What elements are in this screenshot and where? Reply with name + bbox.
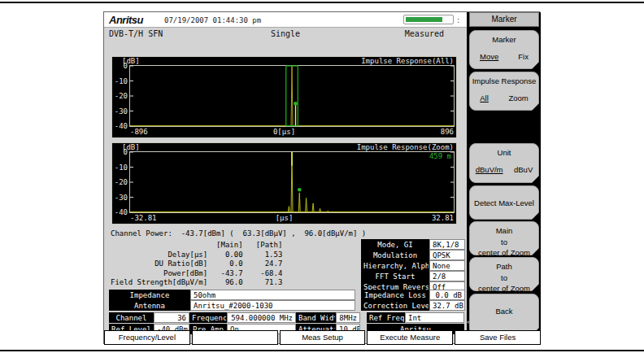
setting-value: 32.7 dB [429,300,465,311]
setting-value: 0.0 dB [429,290,465,300]
softkey-menu-title: Marker [469,12,539,27]
impulse-response-all-graph: [dB]Impulse Response(All)0-10-20-30-40-8… [111,56,457,138]
softkey-label: Main [470,225,538,237]
loss-settings-table: Impedance Loss0.0 dBCorrection Level32.7… [361,290,465,300]
settings-row: Mode, GI8K,1/8 [361,239,465,250]
setting-label: Impedance [109,290,190,300]
settings-row: Impedance Loss0.0 dB [361,290,465,300]
page-top-rule [0,2,644,3]
softkey-unit[interactable]: UnitdBuV/mdBuV [469,143,539,183]
softkey-label: center of Zoom [470,283,538,294]
graph-title: Impulse Response(All) [361,57,454,65]
battery-terminal-icon: : [456,17,460,24]
battery-icon: : [403,15,454,24]
x-tick-label-max: 896 [441,128,454,136]
softkey-label: Detect Max-Level [470,198,538,207]
instrument-screen: Anritsu 07/19/2007 01:44:30 pm : DVB-T/H… [103,11,540,344]
softkey-option-fix[interactable]: Fix [518,52,529,61]
page-bottom-rule [0,350,644,351]
setting-label: Antenna [109,300,190,311]
softkey-detect-max-level[interactable]: Detect Max-Level [469,185,539,220]
y-tick-label: 0 [112,148,128,156]
function-key-row: Frequency/LevelMeas SetupExecute Measure… [104,330,541,345]
function-key-frequency-level[interactable]: Frequency/Level [104,330,190,345]
softkey-label: to [470,272,538,284]
softkey-back[interactable]: Back [469,294,539,335]
setting-label: Mode, GI [361,239,429,250]
table-row: Field Strength[dBµV/m] 96.0 71.3 [111,278,282,288]
setting-label: FFT Start [361,271,429,281]
setting-value: 8K,1/8 [429,239,465,250]
x-axis-unit-label: 0[µs] [112,128,456,136]
setting-label: Impedance Loss [361,290,429,300]
softkey-marker[interactable]: MarkerMoveFix [469,30,539,69]
setting-value: Int [405,312,464,323]
softkey-option-dbuv[interactable]: dBuV [514,165,533,174]
setting-value: None [429,260,465,271]
frequency-settings-row: Channel36Frequency594.000000 MHzBand Wid… [109,312,465,323]
settings-row: Impedance50ohm [109,290,355,300]
setting-value: 8MHz [336,312,360,323]
setting-value: 594.000000 MHz [227,312,296,323]
function-key-execute-measure[interactable]: Execute Measure [367,330,453,345]
softkey-option-all[interactable]: All [480,94,489,102]
plot-area [129,151,455,213]
softkey-main-to-center[interactable]: Maintocenter of Zoom [469,221,539,255]
y-tick-label: -30 [112,194,128,202]
setting-value: 36 [154,312,189,323]
table-header-row: [Main] [Path] [111,241,282,251]
softkey-path-to-center[interactable]: Pathtocenter of Zoom [469,257,539,291]
setting-label: Channel [109,312,154,323]
table-row: Delay[µs] 0.00 1.53 [111,251,282,260]
softkey-sidebar: Marker <-- MarkerMoveFixImpulse Response… [467,12,541,330]
softkey-option-move[interactable]: Move [480,52,498,61]
y-tick-label: -30 [112,107,128,115]
softkey-label: Back [470,307,538,316]
table-row: DU Ratio[dB] 0.0 24.7 [111,259,282,269]
setting-value: Anritsu_#2000-1030 [190,300,355,311]
status-bar: DVB-T/H SFN Single Measured [104,28,467,40]
softkey-option-zoom[interactable]: Zoom [508,94,528,102]
setting-label: Modulation [361,250,429,260]
setting-label: Correction Level [361,300,429,311]
setting-label: Frequency [189,312,227,323]
measure-state-label: Measured [405,29,444,38]
function-key-blank[interactable] [192,330,278,345]
datetime-label: 07/19/2007 01:44:30 pm [164,16,261,24]
softkey-impulse-response[interactable]: Impulse ResponseAllZoom [469,72,539,111]
x-tick-label-max: 32.81 [432,214,454,222]
channel-power-readout: Channel Power: -43.7[dBm] ( 63.3[dBµV] ,… [111,229,366,238]
graph-title: Impulse Response(Zoom) [357,143,454,151]
softkey-options: dBuV/mdBuV [470,165,538,174]
impulse-response-zoom-graph: [dB]Impulse Response(Zoom)459 m0-10-20-3… [111,142,457,224]
main-path-measurement-table: [Main] [Path] Delay[µs] 0.00 1.53 DU Rat… [111,241,282,288]
y-tick-label: 0 [112,62,128,70]
softkey-options: MoveFix [470,52,538,61]
y-tick-label: -20 [112,178,128,186]
softkey-title: Marker [470,35,538,44]
settings-row: Hierarchy, AlphaNone [361,260,465,271]
battery-level-fill [406,17,442,22]
plot-area [129,65,455,127]
settings-row: FFT Start2/8 [361,271,465,281]
modulation-settings-table: Mode, GI8K,1/8ModulationQPSKHierarchy, A… [361,239,465,250]
setting-label: Band Width [296,312,336,323]
header-bar: Anritsu 07/19/2007 01:44:30 pm : [104,12,467,28]
setting-label: Ref Freq [367,312,405,323]
main-display-area: Anritsu 07/19/2007 01:44:30 pm : DVB-T/H… [104,12,467,330]
y-tick-label: -10 [112,77,128,85]
setting-label: Hierarchy, Alpha [361,260,429,271]
function-key-meas-setup[interactable]: Meas Setup [280,330,366,345]
softkey-label: to [470,237,538,248]
y-tick-label: -10 [112,163,128,172]
settings-row: AntennaAnritsu_#2000-1030 [109,300,355,311]
softkey-options: AllZoom [470,94,538,102]
spacer [360,312,367,323]
function-key-save-files[interactable]: Save Files [455,330,541,345]
setting-value: QPSK [429,250,465,260]
setting-value: 50ohm [190,290,355,300]
softkey-title: Impulse Response [470,76,538,85]
y-tick-label: -20 [112,92,128,100]
softkey-option-dbuv-m[interactable]: dBuV/m [476,165,503,174]
softkey-title: Unit [470,148,538,157]
